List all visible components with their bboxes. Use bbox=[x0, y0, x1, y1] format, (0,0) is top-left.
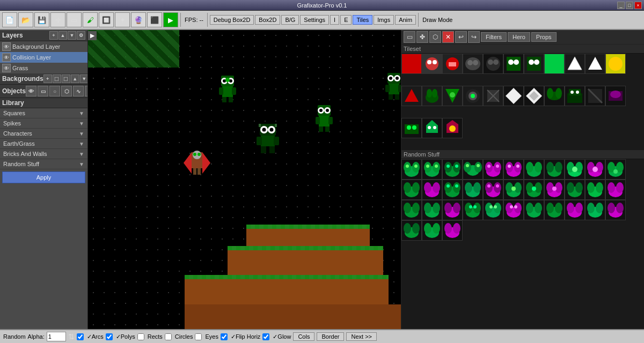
obj-circ-btn[interactable]: ○ bbox=[49, 86, 60, 96]
rs-36[interactable] bbox=[442, 220, 463, 241]
settings-toggle[interactable]: Settings bbox=[300, 15, 329, 25]
tile-3[interactable] bbox=[442, 54, 463, 74]
rs-17[interactable] bbox=[503, 180, 524, 200]
tile-8[interactable] bbox=[544, 54, 565, 74]
filters-tab[interactable]: Filters bbox=[481, 32, 507, 42]
layer-down-btn[interactable]: ▼ bbox=[68, 31, 76, 40]
save-button[interactable]: 💾 bbox=[34, 12, 49, 27]
rs-30[interactable] bbox=[544, 200, 565, 220]
bg-up-btn[interactable]: ▲ bbox=[71, 74, 79, 83]
rs-18[interactable] bbox=[524, 180, 544, 200]
rs-13[interactable] bbox=[422, 180, 442, 200]
rs-22[interactable] bbox=[605, 180, 626, 200]
rs-4[interactable] bbox=[463, 159, 483, 180]
library-characters[interactable]: Characters ▼ bbox=[0, 129, 87, 139]
add-bg-btn[interactable]: + bbox=[43, 74, 52, 83]
rects-checkbox[interactable] bbox=[137, 333, 144, 340]
rs-32[interactable] bbox=[585, 200, 605, 220]
rs-24[interactable] bbox=[422, 200, 442, 220]
i-toggle[interactable]: I bbox=[330, 15, 339, 25]
tile-5[interactable] bbox=[483, 54, 503, 74]
tile-15[interactable] bbox=[463, 86, 483, 106]
move-button[interactable]: ✛ bbox=[50, 12, 65, 27]
tile-11[interactable] bbox=[605, 54, 626, 74]
eye-background[interactable]: 👁 bbox=[2, 42, 11, 51]
rs-33[interactable] bbox=[605, 200, 626, 220]
rs-28[interactable] bbox=[503, 200, 524, 220]
rs-26[interactable] bbox=[463, 200, 483, 220]
rs-15[interactable] bbox=[463, 180, 483, 200]
tile-2[interactable] bbox=[422, 54, 442, 74]
border-button[interactable]: Border bbox=[317, 332, 344, 341]
rs-27[interactable] bbox=[483, 200, 503, 220]
rs-23[interactable] bbox=[401, 200, 422, 220]
bg-tool2[interactable]: ⬚ bbox=[62, 74, 70, 83]
tile-12[interactable] bbox=[401, 86, 422, 106]
next-button[interactable]: Next >> bbox=[346, 332, 377, 341]
tile-1[interactable] bbox=[401, 54, 422, 74]
tile-9[interactable] bbox=[565, 54, 585, 74]
imgs-toggle[interactable]: Imgs bbox=[374, 15, 394, 25]
rs-14[interactable] bbox=[442, 180, 463, 200]
paint-button[interactable]: 🖌 bbox=[83, 12, 98, 27]
anim-toggle[interactable]: Anim bbox=[395, 15, 416, 25]
library-bricks[interactable]: Bricks And Walls ▼ bbox=[0, 149, 87, 159]
obj-eye-btn[interactable]: 👁 bbox=[26, 86, 36, 96]
library-spikes[interactable]: Spikes ▼ bbox=[0, 118, 87, 129]
rs-5[interactable] bbox=[483, 159, 503, 180]
library-earthgrass[interactable]: Earth/Grass ▼ bbox=[0, 139, 87, 149]
rs-29[interactable] bbox=[524, 200, 544, 220]
rs-3[interactable] bbox=[442, 159, 463, 180]
rs-31[interactable] bbox=[565, 200, 585, 220]
library-randomstuff[interactable]: Random Stuff ▼ bbox=[0, 159, 87, 169]
rs-19[interactable] bbox=[544, 180, 565, 200]
box2d-toggle[interactable]: Box2D bbox=[255, 15, 280, 25]
rs-34[interactable] bbox=[401, 220, 422, 241]
polys-checkbox[interactable] bbox=[106, 333, 113, 340]
tile-19[interactable] bbox=[544, 86, 565, 106]
tile-17[interactable] bbox=[503, 86, 524, 106]
obj-curve-btn[interactable]: ∿ bbox=[73, 86, 84, 96]
layer-up-btn[interactable]: ▲ bbox=[58, 31, 67, 40]
eye-collision[interactable]: 👁 bbox=[2, 53, 11, 62]
select-button[interactable]: ▭ bbox=[67, 12, 82, 27]
glow-checkbox[interactable] bbox=[262, 333, 269, 340]
object-button[interactable]: ✦ bbox=[115, 12, 130, 27]
props-tab[interactable]: Props bbox=[531, 32, 557, 42]
new-button[interactable]: 📄 bbox=[2, 12, 17, 27]
tile-22[interactable] bbox=[605, 86, 626, 106]
stamp-button[interactable]: 🔲 bbox=[99, 12, 114, 27]
library-squares[interactable]: Squares ▼ bbox=[0, 108, 87, 118]
tiles-toggle[interactable]: Tiles bbox=[353, 15, 372, 25]
tile-4[interactable] bbox=[463, 54, 483, 74]
layer-grass[interactable]: 👁 Grass bbox=[0, 63, 87, 73]
tile-20[interactable] bbox=[565, 86, 585, 106]
open-button[interactable]: 📂 bbox=[18, 12, 33, 27]
tile-24[interactable] bbox=[422, 118, 442, 138]
canvas-area[interactable]: ▶ bbox=[88, 30, 401, 329]
add-layer-btn[interactable]: + bbox=[49, 31, 58, 40]
rs-10[interactable] bbox=[585, 159, 605, 180]
magic-button[interactable]: 🔮 bbox=[131, 12, 146, 27]
tile-25[interactable] bbox=[442, 118, 463, 138]
alpha-input[interactable] bbox=[47, 332, 66, 341]
rs-11[interactable] bbox=[605, 159, 626, 180]
tile-13[interactable] bbox=[422, 86, 442, 106]
fliphoriz-checkbox[interactable] bbox=[221, 333, 228, 340]
obj-poly-btn[interactable]: ⬡ bbox=[61, 86, 72, 96]
rs-8[interactable] bbox=[544, 159, 565, 180]
bg-tool1[interactable]: ⬚ bbox=[53, 74, 61, 83]
tile-21[interactable] bbox=[585, 86, 605, 106]
tab-icon-2[interactable]: ✤ bbox=[416, 31, 428, 43]
circles-checkbox[interactable] bbox=[165, 333, 172, 340]
rs-25[interactable] bbox=[442, 200, 463, 220]
tab-icon-3[interactable]: ⬡ bbox=[429, 31, 441, 43]
rs-20[interactable] bbox=[565, 180, 585, 200]
tab-icon-5[interactable]: ↩ bbox=[455, 31, 467, 43]
rs-9[interactable] bbox=[565, 159, 585, 180]
maximize-button[interactable]: □ bbox=[626, 2, 633, 9]
panel-toggle[interactable]: ▶ bbox=[88, 31, 97, 40]
rs-21[interactable] bbox=[585, 180, 605, 200]
arcs-checkbox[interactable] bbox=[77, 333, 84, 340]
rs-1[interactable] bbox=[401, 159, 422, 180]
